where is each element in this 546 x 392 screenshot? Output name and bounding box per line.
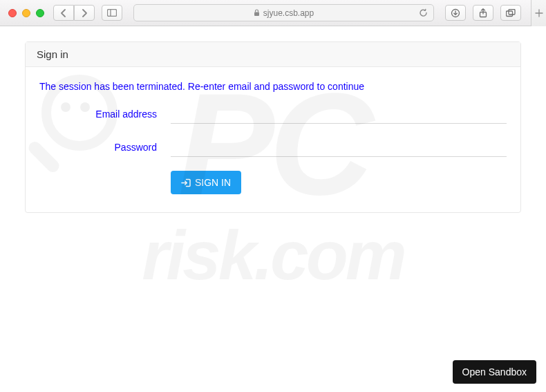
email-label: Email address [39, 109, 171, 120]
signin-button-label: SIGN IN [195, 177, 231, 188]
email-field[interactable] [171, 104, 507, 124]
minimize-window-button[interactable] [22, 9, 30, 17]
watermark-text: risk.com [142, 216, 404, 295]
svg-rect-6 [509, 9, 515, 15]
reload-icon[interactable] [419, 8, 428, 17]
lock-icon [254, 9, 260, 17]
open-sandbox-button[interactable]: Open Sandbox [453, 360, 536, 384]
session-terminated-message: The session has been terminated. Re-ente… [39, 81, 507, 92]
window-controls [6, 9, 46, 17]
password-field[interactable] [171, 138, 507, 157]
card-title: Sign in [26, 42, 520, 67]
card-body: The session has been terminated. Re-ente… [26, 67, 520, 212]
sidebar-toggle-button[interactable] [102, 5, 122, 21]
page-content: PC risk.com Sign in The session has been… [0, 26, 546, 392]
signin-icon [181, 178, 191, 187]
open-sandbox-label: Open Sandbox [462, 366, 527, 377]
svg-rect-0 [108, 10, 117, 17]
forward-button[interactable] [74, 5, 95, 21]
nav-back-forward [53, 5, 95, 21]
signin-button[interactable]: SIGN IN [171, 171, 241, 194]
close-window-button[interactable] [8, 9, 17, 17]
email-row: Email address [39, 104, 507, 124]
share-button[interactable] [473, 5, 493, 21]
maximize-window-button[interactable] [36, 9, 44, 17]
back-button[interactable] [53, 5, 74, 21]
downloads-button[interactable] [445, 5, 466, 21]
address-url: sjyue.csb.app [263, 8, 314, 18]
password-label: Password [39, 142, 171, 153]
tabs-button[interactable] [500, 5, 521, 21]
browser-titlebar: sjyue.csb.app [0, 0, 546, 26]
svg-rect-5 [507, 11, 513, 17]
address-bar[interactable]: sjyue.csb.app [133, 4, 434, 21]
password-row: Password [39, 138, 507, 157]
new-tab-button[interactable] [531, 0, 546, 26]
svg-rect-2 [254, 12, 259, 17]
signin-card: Sign in The session has been terminated.… [25, 41, 521, 213]
